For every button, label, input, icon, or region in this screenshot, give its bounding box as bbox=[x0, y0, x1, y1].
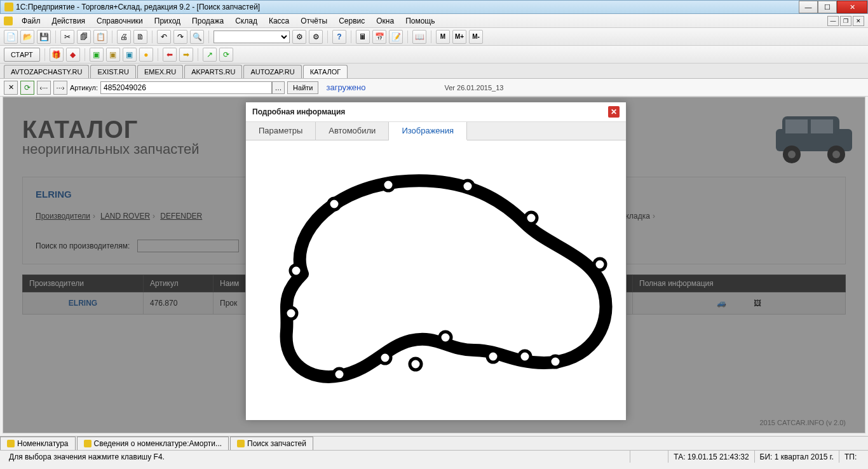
cut-icon[interactable]: ✂ bbox=[60, 30, 74, 44]
tab-autozap[interactable]: AUTOZAP.RU bbox=[243, 65, 301, 78]
redo-icon[interactable]: ↷ bbox=[173, 30, 187, 44]
filter-input[interactable] bbox=[137, 240, 239, 252]
m-plus-button[interactable]: M+ bbox=[452, 30, 466, 44]
tool-a[interactable]: ⚙ bbox=[292, 30, 306, 44]
refresh-icon[interactable]: ⟳ bbox=[219, 48, 233, 62]
arrow-right-icon[interactable]: ➡ bbox=[179, 48, 193, 62]
mdi-minimize[interactable]: — bbox=[827, 16, 839, 26]
menu-service[interactable]: Сервис bbox=[334, 15, 370, 27]
picker-button[interactable]: … bbox=[272, 81, 285, 94]
arrow-left-icon[interactable]: ⬅ bbox=[163, 48, 177, 62]
bc-manufacturers[interactable]: Производители bbox=[36, 212, 90, 221]
find-button[interactable]: Найти bbox=[287, 81, 318, 94]
forward-button[interactable]: ···› bbox=[53, 81, 67, 95]
modal-tab-images[interactable]: Изображения bbox=[389, 122, 467, 140]
modal-tabs: Параметры Автомобили Изображения bbox=[246, 122, 626, 140]
undo-icon[interactable]: ↶ bbox=[157, 30, 171, 44]
tab-emex[interactable]: EMEX.RU bbox=[137, 65, 183, 78]
new-icon[interactable]: 📄 bbox=[4, 30, 18, 44]
bc-defender[interactable]: DEFENDER bbox=[160, 212, 202, 221]
photo-icon[interactable]: 🖼 bbox=[754, 299, 761, 308]
gasket-image bbox=[258, 166, 614, 395]
car-illustration bbox=[770, 104, 858, 167]
print-icon[interactable]: 🖨 bbox=[117, 30, 131, 44]
car-small-icon[interactable]: 🚙 bbox=[717, 299, 726, 308]
copy-icon[interactable]: 🗐 bbox=[77, 30, 91, 44]
m-button[interactable]: M bbox=[436, 30, 450, 44]
menu-reports[interactable]: Отчёты bbox=[295, 15, 332, 27]
menu-windows[interactable]: Окна bbox=[371, 15, 399, 27]
save-icon[interactable]: 💾 bbox=[37, 30, 51, 44]
maximize-button[interactable]: ☐ bbox=[818, 1, 837, 13]
th-article: Артикул bbox=[144, 275, 214, 292]
tab-avtozapchasty[interactable]: AVTOZAPCHASTY.RU bbox=[4, 65, 89, 78]
menu-cashbox[interactable]: Касса bbox=[264, 15, 294, 27]
tab-catalog[interactable]: КАТАЛОГ bbox=[303, 65, 348, 78]
svg-point-19 bbox=[462, 180, 473, 192]
modal-tab-params[interactable]: Параметры bbox=[246, 122, 316, 140]
toolbar-row-2: СТАРТ 🎁 ◆ ▣ ▣ ▣ ● ⬅ ➡ ↗ ⟳ bbox=[0, 46, 868, 64]
svg-point-12 bbox=[410, 358, 421, 370]
btab-search[interactable]: Поиск запчастей bbox=[230, 437, 313, 450]
btab-nomenclature[interactable]: Номенклатура bbox=[0, 437, 76, 450]
loaded-status: загружено bbox=[326, 83, 365, 92]
svg-rect-2 bbox=[785, 119, 808, 133]
svg-point-17 bbox=[594, 259, 606, 270]
tab-akparts[interactable]: AKPARTS.RU bbox=[184, 65, 242, 78]
tool-b[interactable]: ⚙ bbox=[309, 30, 323, 44]
mdi-restore[interactable]: ❐ bbox=[840, 16, 851, 26]
article-input[interactable] bbox=[100, 81, 272, 94]
clear-button[interactable]: ✕ bbox=[4, 81, 18, 95]
preview-icon[interactable]: 🗎 bbox=[133, 30, 147, 44]
catalog-footer: 2015 CATCAR.INFO (v 2.0) bbox=[760, 419, 846, 426]
tool1-icon[interactable]: ◆ bbox=[66, 48, 80, 62]
notes-icon[interactable]: 📝 bbox=[389, 30, 403, 44]
m-minus-button[interactable]: M- bbox=[469, 30, 483, 44]
th-brand: Производители bbox=[23, 275, 144, 292]
open-icon[interactable]: 📂 bbox=[20, 30, 34, 44]
tool2-icon[interactable]: ▣ bbox=[90, 48, 104, 62]
tool4-icon[interactable]: ▣ bbox=[123, 48, 137, 62]
menu-income[interactable]: Приход bbox=[149, 15, 186, 27]
doc-icon bbox=[84, 440, 92, 447]
tab-exist[interactable]: EXIST.RU bbox=[90, 65, 136, 78]
menu-references[interactable]: Справочники bbox=[92, 15, 148, 27]
modal-close-button[interactable]: ✕ bbox=[608, 106, 620, 118]
svg-point-10 bbox=[334, 369, 345, 380]
tool5-icon[interactable]: ● bbox=[139, 48, 153, 62]
help-icon[interactable]: ? bbox=[332, 30, 346, 44]
book-icon[interactable]: 📖 bbox=[412, 30, 426, 44]
doc-icon bbox=[237, 440, 245, 447]
svg-point-21 bbox=[329, 198, 340, 210]
mdi-close[interactable]: ✕ bbox=[853, 16, 864, 26]
export-icon[interactable]: ↗ bbox=[203, 48, 217, 62]
bc-landrover[interactable]: LAND ROVER bbox=[100, 212, 150, 221]
btab-details[interactable]: Сведения о номенклатуре:Аморти... bbox=[77, 437, 229, 450]
doc-icon bbox=[7, 440, 15, 447]
site-tabstrip: AVTOZAPCHASTY.RU EXIST.RU EMEX.RU AKPART… bbox=[0, 64, 868, 79]
statusbar: Для выбора значения нажмите клавишу F4. … bbox=[0, 450, 868, 463]
menu-actions[interactable]: Действия bbox=[47, 15, 91, 27]
modal-tab-cars[interactable]: Автомобили bbox=[316, 122, 389, 140]
find-icon[interactable]: 🔍 bbox=[190, 30, 204, 44]
gift-icon[interactable]: 🎁 bbox=[50, 48, 64, 62]
back-button[interactable]: ‹··· bbox=[37, 81, 51, 95]
close-button[interactable]: ✕ bbox=[837, 1, 867, 13]
cell-brand: ELRING bbox=[23, 292, 144, 315]
menu-help[interactable]: Помощь bbox=[400, 15, 440, 27]
reload-button[interactable]: ⟳ bbox=[20, 81, 34, 95]
toolbar-combo[interactable] bbox=[214, 31, 290, 43]
svg-point-18 bbox=[526, 212, 537, 224]
calendar-icon[interactable]: 📅 bbox=[372, 30, 386, 44]
paste-icon[interactable]: 📋 bbox=[93, 30, 107, 44]
menu-sale[interactable]: Продажа bbox=[187, 15, 229, 27]
tool3-icon[interactable]: ▣ bbox=[106, 48, 120, 62]
calc-icon[interactable]: 🖩 bbox=[356, 30, 370, 44]
start-button[interactable]: СТАРТ bbox=[4, 48, 40, 62]
menu-file[interactable]: Файл bbox=[17, 15, 46, 27]
modal-title: Подробная информация bbox=[252, 107, 345, 116]
menu-warehouse[interactable]: Склад bbox=[230, 15, 262, 27]
svg-point-11 bbox=[379, 352, 391, 364]
minimize-button[interactable]: — bbox=[799, 1, 818, 13]
status-ta: ТА: 19.01.15 21:43:32 bbox=[668, 451, 754, 463]
